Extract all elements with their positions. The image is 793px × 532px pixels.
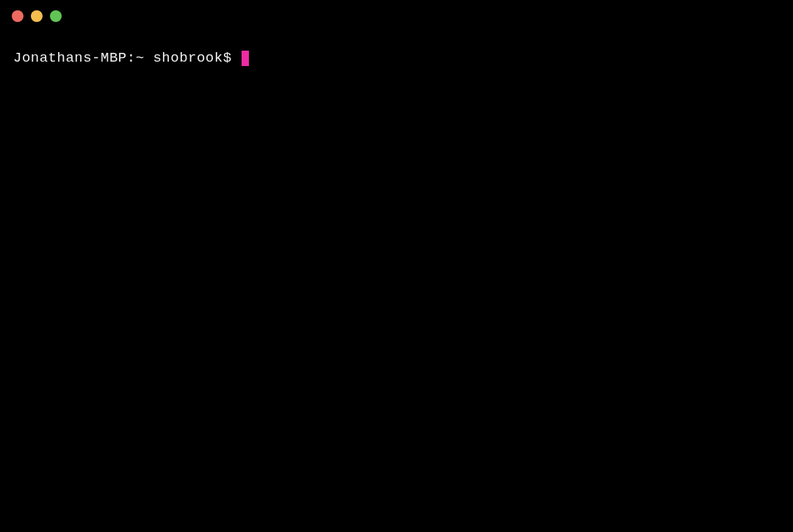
minimize-button[interactable] bbox=[31, 10, 43, 22]
prompt-line: Jonathans-MBP:~ shobrook$ bbox=[13, 48, 780, 68]
window-title-bar bbox=[0, 0, 793, 32]
close-button[interactable] bbox=[12, 10, 23, 22]
shell-prompt: Jonathans-MBP:~ shobrook$ bbox=[13, 48, 240, 68]
terminal-body[interactable]: Jonathans-MBP:~ shobrook$ bbox=[0, 32, 793, 68]
cursor-block-icon bbox=[242, 51, 249, 66]
zoom-button[interactable] bbox=[50, 10, 62, 22]
